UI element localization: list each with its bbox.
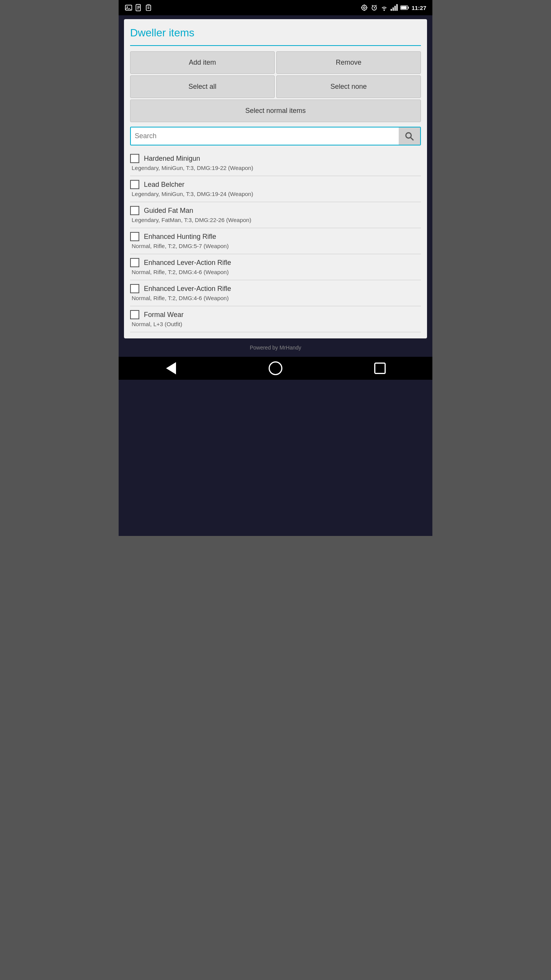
svg-rect-23 [394,6,395,11]
select-none-button[interactable]: Select none [276,75,421,98]
back-icon [166,362,176,374]
home-nav-button[interactable] [269,361,282,375]
item-name-2: Guided Fat Man [144,207,193,215]
alarm-icon [370,4,378,11]
phone-frame: 11:27 Dweller items Add item Remove Sele… [119,0,432,536]
item-checkbox-6[interactable] [130,310,139,319]
item-checkbox-1[interactable] [130,180,139,189]
svg-point-10 [363,7,365,9]
item-name-4: Enhanced Lever-Action Rifle [144,259,231,267]
home-icon [269,361,282,375]
item-desc-5: Normal, Rifle, T:2, DMG:4-6 (Weapon) [130,295,421,303]
list-item: Enhanced Lever-Action Rifle Normal, Rifl… [130,280,421,306]
back-nav-button[interactable] [164,361,178,375]
item-header: Enhanced Lever-Action Rifle [130,258,421,267]
watermark-text: Powered by MrHandy [250,345,302,351]
signal-icon [390,4,398,11]
item-name-0: Hardened Minigun [144,155,200,163]
item-header: Formal Wear [130,310,421,319]
item-name-1: Lead Belcher [144,181,184,189]
item-name-5: Enhanced Lever-Action Rifle [144,285,231,293]
select-normal-items-button[interactable]: Select normal items [130,100,421,122]
svg-rect-27 [401,6,407,9]
item-checkbox-3[interactable] [130,232,139,241]
select-button-row: Select all Select none [130,75,421,98]
item-desc-3: Normal, Rifle, T:2, DMG:5-7 (Weapon) [130,243,421,251]
search-input[interactable] [131,127,399,145]
search-button[interactable] [399,127,420,145]
title-divider [130,45,421,46]
nav-bar [119,357,432,380]
item-desc-6: Normal, L+3 (Outfit) [130,321,421,329]
item-header: Enhanced Hunting Rifle [130,232,421,241]
item-desc-0: Legendary, MiniGun, T:3, DMG:19-22 (Weap… [130,165,421,173]
targeting-icon [360,4,368,11]
svg-rect-22 [392,7,393,11]
item-header: Guided Fat Man [130,206,421,215]
status-bar: 11:27 [119,0,432,15]
wifi-icon [380,4,388,11]
time-display: 11:27 [412,5,426,11]
top-button-row: Add item Remove [130,51,421,74]
recents-icon [374,363,386,374]
item-desc-2: Legendary, FatMan, T:3, DMG:22-26 (Weapo… [130,217,421,225]
battery-icon [400,5,409,10]
search-row [130,127,421,145]
svg-line-19 [375,5,377,6]
list-item: Enhanced Hunting Rifle Normal, Rifle, T:… [130,228,421,254]
remove-button[interactable]: Remove [276,51,421,74]
svg-rect-6 [146,5,151,10]
item-desc-4: Normal, Rifle, T:2, DMG:4-6 (Weapon) [130,269,421,277]
svg-rect-26 [408,7,409,8]
item-checkbox-2[interactable] [130,206,139,215]
list-item: Formal Wear Normal, L+3 (Outfit) [130,306,421,332]
status-bar-right-icons: 11:27 [360,4,426,11]
list-item: Hardened Minigun Legendary, MiniGun, T:3… [130,150,421,176]
item-name-3: Enhanced Hunting Rifle [144,233,216,241]
svg-line-29 [411,137,414,140]
list-item: Enhanced Lever-Action Rifle Normal, Rifl… [130,254,421,280]
svg-point-28 [406,132,411,138]
document-icon [135,4,142,11]
recents-nav-button[interactable] [373,361,387,375]
add-item-button[interactable]: Add item [130,51,275,74]
item-header: Enhanced Lever-Action Rifle [130,284,421,293]
item-checkbox-0[interactable] [130,154,139,163]
svg-point-20 [384,10,385,11]
svg-rect-0 [126,5,132,10]
list-item: Lead Belcher Legendary, MiniGun, T:3, DM… [130,176,421,202]
search-icon [404,131,415,142]
items-list: Hardened Minigun Legendary, MiniGun, T:3… [130,150,421,332]
item-checkbox-4[interactable] [130,258,139,267]
list-item: Guided Fat Man Legendary, FatMan, T:3, D… [130,202,421,228]
clipboard-icon [145,4,152,11]
item-name-6: Formal Wear [144,311,184,319]
dialog-title: Dweller items [130,27,421,39]
item-checkbox-5[interactable] [130,284,139,293]
gallery-icon [125,4,132,11]
watermark: Powered by MrHandy [119,342,432,353]
item-header: Lead Belcher [130,180,421,189]
svg-rect-24 [396,4,397,11]
svg-rect-21 [390,9,391,11]
svg-point-1 [127,7,128,8]
item-header: Hardened Minigun [130,154,421,163]
status-bar-left-icons [125,4,152,11]
svg-point-9 [362,5,367,10]
item-desc-1: Legendary, MiniGun, T:3, DMG:19-24 (Weap… [130,191,421,199]
select-all-button[interactable]: Select all [130,75,275,98]
dialog-container: Dweller items Add item Remove Select all… [124,19,427,338]
svg-line-18 [372,5,373,6]
